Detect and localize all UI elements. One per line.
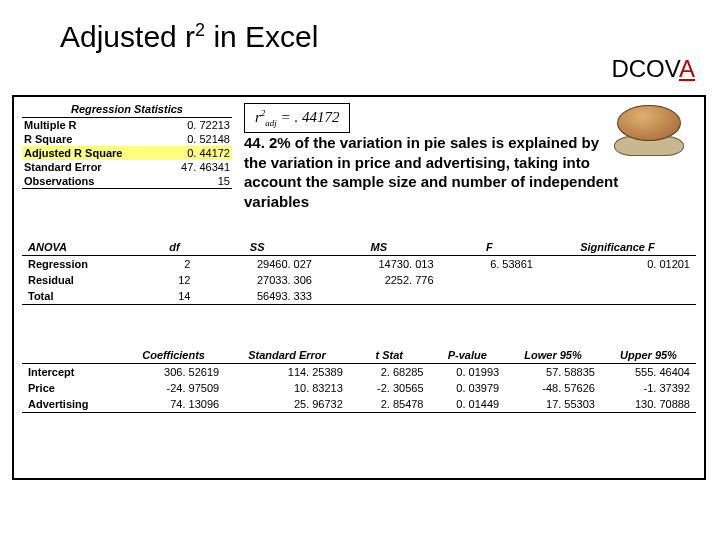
cell: 0. 01993 xyxy=(430,364,506,381)
coef-header: Standard Error xyxy=(225,347,349,364)
formula-box: r2adj = . 44172 xyxy=(244,103,350,133)
cell: -48. 57626 xyxy=(505,380,601,396)
cell: 57. 58835 xyxy=(505,364,601,381)
reg-stats-header: Regression Statistics xyxy=(22,101,232,118)
coef-header: t Stat xyxy=(349,347,430,364)
table-row: Price-24. 9750910. 83213-2. 305650. 0397… xyxy=(22,380,696,396)
cell xyxy=(440,288,539,305)
cell: 25. 96732 xyxy=(225,396,349,413)
anova-header: df xyxy=(152,239,196,256)
cell: 555. 46404 xyxy=(601,364,696,381)
cell: -24. 97509 xyxy=(122,380,225,396)
cell: 2. 68285 xyxy=(349,364,430,381)
page-title: Adjusted r2 in Excel xyxy=(60,20,318,54)
pie-illustration xyxy=(614,103,684,158)
cell: 0. 03979 xyxy=(430,380,506,396)
table-row: Regression229460. 02714730. 0136. 538610… xyxy=(22,256,696,273)
dcova-a: A xyxy=(679,55,695,82)
reg-stat-value: 47. 46341 xyxy=(181,161,230,173)
explanation-text: 44. 2% of the variation in pie sales is … xyxy=(244,133,624,211)
cell: Advertising xyxy=(22,396,122,413)
cell: 2252. 776 xyxy=(318,272,440,288)
content-frame: Regression Statistics Multiple R0. 72213… xyxy=(12,95,706,480)
cell: 74. 13096 xyxy=(122,396,225,413)
reg-stat-value: 0. 72213 xyxy=(187,119,230,131)
formula-sup: 2 xyxy=(261,108,266,118)
coef-header: Lower 95% xyxy=(505,347,601,364)
regression-stats-block: Regression Statistics Multiple R0. 72213… xyxy=(22,101,232,189)
anova-header: ANOVA xyxy=(22,239,152,256)
anova-table: ANOVA df SS MS F Significance F Regressi… xyxy=(22,239,696,305)
reg-stat-row: Multiple R0. 72213 xyxy=(22,118,232,132)
cell: 17. 55303 xyxy=(505,396,601,413)
anova-header: MS xyxy=(318,239,440,256)
reg-stat-label: Standard Error xyxy=(24,161,102,173)
reg-stat-row: R Square0. 52148 xyxy=(22,132,232,146)
cell: Total xyxy=(22,288,152,305)
cell: Price xyxy=(22,380,122,396)
cell xyxy=(539,272,696,288)
dcova-prefix: DCOV xyxy=(611,55,679,82)
coef-header: P-value xyxy=(430,347,506,364)
formula-sub: adj xyxy=(265,118,277,128)
cell: 27033. 306 xyxy=(196,272,318,288)
title-suffix: in Excel xyxy=(205,20,318,53)
cell: Residual xyxy=(22,272,152,288)
cell: 6. 53861 xyxy=(440,256,539,273)
cell: 114. 25389 xyxy=(225,364,349,381)
title-prefix: Adjusted r xyxy=(60,20,195,53)
table-row: Residual1227033. 3062252. 776 xyxy=(22,272,696,288)
cell: 56493. 333 xyxy=(196,288,318,305)
cell: 10. 83213 xyxy=(225,380,349,396)
cell: -1. 37392 xyxy=(601,380,696,396)
cell: 306. 52619 xyxy=(122,364,225,381)
reg-stat-value: 15 xyxy=(218,175,230,187)
cell: 14730. 013 xyxy=(318,256,440,273)
reg-stat-label: Multiple R xyxy=(24,119,77,131)
table-row: Advertising74. 1309625. 967322. 854780. … xyxy=(22,396,696,413)
reg-stat-label: Observations xyxy=(24,175,94,187)
reg-stat-value: 0. 44172 xyxy=(187,147,230,159)
cell: 12 xyxy=(152,272,196,288)
cell: 2. 85478 xyxy=(349,396,430,413)
cell: 130. 70888 xyxy=(601,396,696,413)
reg-stat-label: R Square xyxy=(24,133,72,145)
reg-stat-row: Standard Error47. 46341 xyxy=(22,160,232,174)
anova-header: SS xyxy=(196,239,318,256)
cell: 14 xyxy=(152,288,196,305)
coef-header: Coefficients xyxy=(122,347,225,364)
reg-stat-row: Observations15 xyxy=(22,174,232,189)
cell: Intercept xyxy=(22,364,122,381)
coef-header: Upper 95% xyxy=(601,347,696,364)
cell: Regression xyxy=(22,256,152,273)
pie-top-icon xyxy=(617,105,681,141)
coef-header xyxy=(22,347,122,364)
cell: 2 xyxy=(152,256,196,273)
cell xyxy=(440,272,539,288)
dcova-label: DCOVA xyxy=(611,55,695,83)
reg-stat-row-highlight: Adjusted R Square0. 44172 xyxy=(22,146,232,160)
coefficients-table: Coefficients Standard Error t Stat P-val… xyxy=(22,347,696,413)
cell xyxy=(539,288,696,305)
cell: 0. 01201 xyxy=(539,256,696,273)
anova-header: F xyxy=(440,239,539,256)
cell: 29460. 027 xyxy=(196,256,318,273)
reg-stat-label: Adjusted R Square xyxy=(24,147,122,159)
table-row: Total1456493. 333 xyxy=(22,288,696,305)
cell xyxy=(318,288,440,305)
cell: -2. 30565 xyxy=(349,380,430,396)
title-sup: 2 xyxy=(195,20,205,40)
table-row: Intercept306. 52619114. 253892. 682850. … xyxy=(22,364,696,381)
formula-eq: = . 44172 xyxy=(277,109,340,125)
reg-stat-value: 0. 52148 xyxy=(187,133,230,145)
cell: 0. 01449 xyxy=(430,396,506,413)
anova-header: Significance F xyxy=(539,239,696,256)
